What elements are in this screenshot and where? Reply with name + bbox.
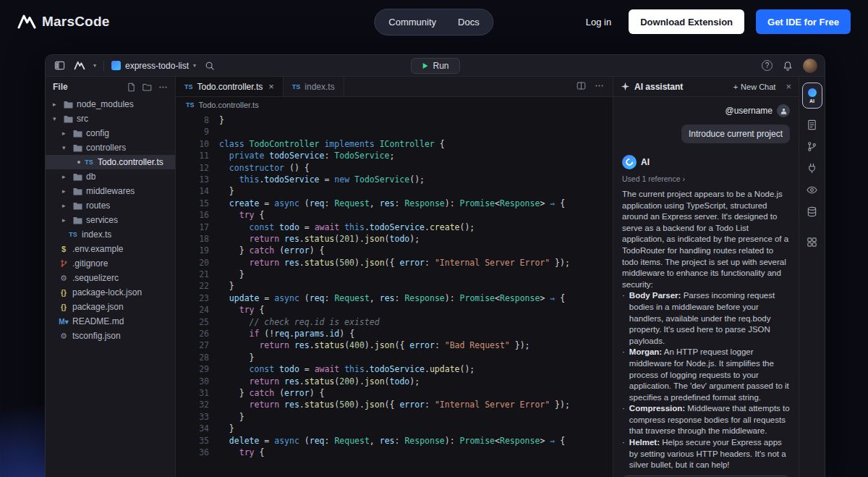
code-line[interactable]: 25 // check req.id is existed (176, 316, 613, 328)
nav-link-community[interactable]: Community (378, 12, 447, 33)
search-icon[interactable] (203, 59, 216, 72)
login-link[interactable]: Log in (580, 12, 617, 32)
code-line[interactable]: 24 try { (176, 304, 613, 316)
chevron-right-icon: ▸ (62, 216, 69, 224)
code-line[interactable]: 36 try { (176, 447, 613, 458)
file-tree-item-node-modules[interactable]: ▸node_modules (46, 97, 175, 111)
ai-name: AI (641, 157, 650, 167)
download-extension-button[interactable]: Download Extension (629, 9, 744, 34)
code-line[interactable]: 30 return res.status(200).json(todo); (176, 376, 613, 387)
file-tree-item-routes[interactable]: ▸routes (46, 198, 175, 213)
code-line[interactable]: 26 if (!req.params.id) { (176, 328, 613, 339)
breadcrumb[interactable]: TS Todo.controller.ts (176, 97, 613, 113)
code-line[interactable]: 10class TodoController implements IContr… (176, 138, 613, 150)
code-line[interactable]: 11 private todoService: TodoService; (176, 150, 613, 161)
split-editor-icon[interactable] (576, 80, 586, 93)
file-tree-item-config[interactable]: ▸config (46, 126, 175, 140)
code-line[interactable]: 22 } (176, 280, 613, 292)
editor-tab-todo-controller-ts[interactable]: TSTodo.controller.ts× (176, 77, 284, 96)
user-avatar[interactable] (803, 59, 817, 73)
file-tree-item-db[interactable]: ▸db (46, 169, 175, 184)
line-number: 9 (176, 126, 209, 138)
marscode-menu-icon[interactable] (73, 59, 86, 72)
editor-tab-index-ts[interactable]: TSindex.ts (284, 77, 344, 96)
file-tree-item-package-json[interactable]: {}package.json (46, 300, 175, 314)
code-line[interactable]: 19 } catch (error) { (176, 245, 613, 256)
file-tree-item-todo-controller-ts[interactable]: TSTodo.controller.ts (46, 155, 175, 169)
more-icon[interactable] (158, 83, 168, 92)
ai-identity-row: AI (622, 155, 790, 169)
sparkle-icon (621, 82, 630, 91)
file-tree-item-services[interactable]: ▸services (46, 213, 175, 227)
file-tree-item-tsconfig-json[interactable]: ⚙tsconfig.json (46, 329, 175, 343)
ai-panel-title: AI assistant (634, 82, 683, 92)
code-line[interactable]: 15 create = async (req: Request, res: Re… (176, 198, 613, 209)
code-line[interactable]: 13 this.todoService = new TodoService(); (176, 174, 613, 185)
run-button[interactable]: Run (410, 58, 459, 74)
project-selector[interactable]: express-todo-list ▾ (111, 61, 196, 71)
line-number: 16 (176, 209, 209, 221)
file-tree-item-readme-md[interactable]: M▾README.md (46, 314, 175, 329)
ide-body: File ▸node_modules▾src▸config▾controller… (46, 77, 825, 477)
code-line[interactable]: 35 delete = async (req: Request, res: Re… (176, 435, 613, 447)
rail-item-extensions-icon[interactable] (807, 237, 817, 248)
chevron-right-icon: ▸ (62, 202, 69, 209)
close-icon[interactable]: × (268, 81, 274, 92)
file-tree-item-gitignore[interactable]: .gitignore (46, 256, 175, 271)
code-line[interactable]: 18 return res.status(201).json(todo); (176, 233, 613, 245)
code-line[interactable]: 29 const todo = await this.todoService.u… (176, 363, 613, 375)
code-line[interactable]: 33 } (176, 411, 613, 423)
play-icon (421, 62, 428, 69)
code-line[interactable]: 16 try { (176, 209, 613, 221)
nav-link-docs[interactable]: Docs (447, 12, 490, 33)
project-icon (111, 61, 121, 70)
line-number: 35 (176, 435, 209, 447)
line-number: 30 (176, 376, 209, 387)
new-folder-icon[interactable] (142, 83, 152, 92)
new-file-icon[interactable] (127, 83, 136, 92)
code-line[interactable]: 28 } (176, 352, 613, 363)
code-line[interactable]: 20 return res.status(500).json({ error: … (176, 257, 613, 269)
code-line[interactable]: 34 } (176, 423, 613, 434)
code-line[interactable]: 17 const todo = await this.todoService.c… (176, 221, 613, 233)
new-chat-button[interactable]: + New Chat (733, 83, 776, 91)
code-line[interactable]: 31 } catch (error) { (176, 387, 613, 399)
rail-item-preview-icon[interactable] (807, 185, 817, 195)
more-icon[interactable] (595, 80, 604, 93)
code-line[interactable]: 27 return res.status(400).json({ error: … (176, 339, 613, 351)
help-icon[interactable]: ? (762, 60, 773, 71)
file-tree-item-controllers[interactable]: ▾controllers (46, 140, 175, 155)
code-area[interactable]: 8}910class TodoController implements ICo… (176, 113, 613, 477)
rail-item-guide-icon[interactable] (807, 119, 817, 130)
code-line[interactable]: 32 return res.status(500).json({ error: … (176, 399, 613, 410)
rail-item-remote-icon[interactable] (807, 163, 817, 174)
code-line[interactable]: 12 constructor () { (176, 162, 613, 174)
code-line[interactable]: 14 } (176, 185, 613, 197)
file-tree-item-env-example[interactable]: $.env.example (46, 242, 175, 256)
file-tree-item-index-ts[interactable]: TSindex.ts (46, 227, 175, 242)
chevron-right-icon: ▸ (62, 187, 69, 195)
code-line[interactable]: 21 } (176, 269, 613, 280)
file-tree-item-src[interactable]: ▾src (46, 111, 175, 126)
file-tree-item-middlewares[interactable]: ▸middlewares (46, 184, 175, 198)
close-icon[interactable]: × (786, 81, 791, 92)
ai-bullet-morgan: ·Morgan: An HTTP request logger middlewa… (622, 347, 790, 403)
brand-logo-link[interactable]: MarsCode (17, 14, 109, 30)
file-tree-item-package-lock-json[interactable]: {}package-lock.json (46, 285, 175, 300)
get-ide-button[interactable]: Get IDE for Free (756, 9, 851, 34)
notifications-bell-icon[interactable] (781, 59, 794, 72)
ts-icon: TS (84, 159, 94, 166)
rail-item-source-control-icon[interactable] (807, 141, 817, 152)
git-branch-icon (59, 259, 69, 268)
ts-icon: TS (184, 83, 193, 90)
sidebar-toggle-icon[interactable] (53, 59, 66, 72)
code-line[interactable]: 23 update = async (req: Request, res: Re… (176, 292, 613, 304)
code-line[interactable]: 8} (176, 114, 613, 126)
reference-toggle[interactable]: Used 1 reference › (622, 174, 790, 183)
file-explorer: File ▸node_modules▾src▸config▾controller… (46, 77, 176, 477)
code-line[interactable]: 9 (176, 126, 613, 138)
rail-item-ai-assistant-icon[interactable]: AI (802, 83, 822, 109)
file-tree-item-sequelizerc[interactable]: ⚙.sequelizerc (46, 271, 175, 285)
line-number: 24 (176, 304, 209, 316)
rail-item-database-icon[interactable] (807, 206, 817, 217)
